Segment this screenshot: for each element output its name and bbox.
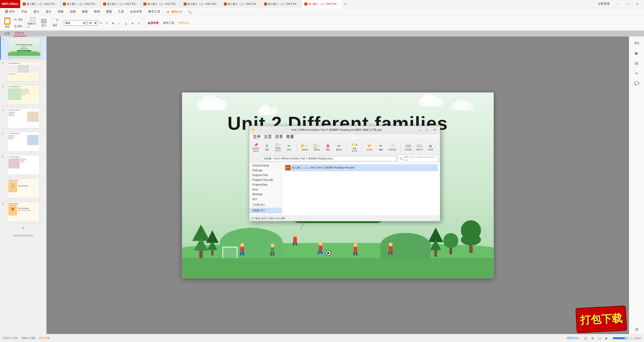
layout-button[interactable]: 版式 — [38, 16, 49, 29]
fe-sidebar-olddisk[interactable]: 老硬盘 (E:) — [249, 208, 282, 213]
underline-button[interactable]: U — [123, 21, 129, 26]
fe-sidebar-programdata[interactable]: ProgramData — [249, 182, 282, 187]
bold-button[interactable]: B — [110, 21, 116, 26]
strikethrough-button[interactable]: S — [130, 21, 135, 26]
fe-sidebar-users[interactable]: 用户 — [249, 197, 282, 202]
slide-view-button[interactable]: 幻灯片 — [13, 31, 26, 36]
tab-4[interactable]: 新人教三（上）Unit 2 Part B 第4课 — [141, 0, 181, 8]
fe-sidebar-perflogs[interactable]: PerfLogs — [249, 168, 282, 173]
fe-sidebar-programfilesx86[interactable]: Program Files (x8) — [249, 178, 282, 182]
ribbon-tab-animation[interactable]: 动画 — [67, 9, 79, 15]
reset-button[interactable]: ↺ 重置 — [50, 16, 60, 29]
italic-button[interactable]: I — [117, 21, 122, 26]
slide-thumb-5[interactable]: 5 A Presentation Good to know 家庭成员关系家庭角色… — [0, 130, 46, 153]
fe-back-button[interactable]: ← — [251, 157, 254, 160]
slide-thumb-1[interactable]: 1 Unit 2 Different families Part CReadin… — [0, 36, 46, 60]
fe-deselect-button[interactable]: ☐☐ 全都不选 — [415, 141, 424, 154]
sidebar-icon-2[interactable]: ▶ — [632, 49, 641, 58]
fe-sidebar-programfiles[interactable]: Program Files — [249, 173, 282, 178]
ribbon-tab-tools[interactable]: 工具 — [115, 9, 127, 15]
fe-invert-button[interactable]: ⊠ 反选择 — [426, 141, 435, 154]
fe-edit-button[interactable]: ✏ 编辑 — [376, 141, 385, 154]
fe-sidebar-windows[interactable]: Windows — [249, 192, 282, 197]
sidebar-icon-4[interactable]: ✏ — [632, 69, 641, 78]
fe-rename-button[interactable]: ✏ 重命名 — [335, 141, 344, 154]
ribbon-tab-member[interactable]: 会员专享 — [127, 9, 145, 15]
fe-file-item-1[interactable]: PPT 新人教三（上）Unit 2 Part C 第8课时 Reading ti… — [284, 164, 438, 171]
slide-thumb-4[interactable]: 4 A Presentation Good to know 大家庭成员介绍不同家… — [0, 107, 46, 130]
fe-sidebar-onedrivetemp[interactable]: OneDriveTemp — [249, 163, 282, 168]
fe-copy-button[interactable]: ⎘ 复制 — [262, 141, 271, 154]
tab-5[interactable]: 新人教三（上）Unit 2 Part B 第5课 — [181, 0, 221, 8]
cut-button[interactable]: ✂剪切 — [13, 17, 24, 23]
tab-2[interactable]: 新人教三（上）Unit 2 Part A 第2课 — [60, 0, 101, 8]
decrease-font-button[interactable]: A- — [105, 20, 110, 26]
teaching-tools-button[interactable]: 教学工具 — [161, 21, 176, 25]
tab-6[interactable]: 新人教三（上）Unit 2 Part B 第6课 — [221, 0, 262, 8]
fe-cut-button[interactable]: ✂ 剪切 — [285, 141, 294, 154]
normal-view-button[interactable]: ⊡ — [583, 335, 589, 341]
slide-sorter-button[interactable]: ⊞ — [590, 335, 596, 341]
slide-thumb-3[interactable]: 3 A Presentation Let's read This is my f… — [0, 83, 46, 107]
zoom-slider[interactable] — [613, 337, 633, 339]
fe-new-folder-button[interactable]: 📁+ 新建文件夹 — [350, 141, 359, 154]
user-area[interactable]: 立即登录 — [594, 0, 613, 8]
sidebar-icon-3[interactable]: ⊞ — [632, 59, 641, 68]
ribbon-tab-slideshow[interactable]: 放映 — [79, 9, 91, 15]
fe-menu-view[interactable]: 查看 — [285, 134, 296, 140]
outline-view-button[interactable]: 大纲 — [2, 31, 12, 36]
fe-history-button[interactable]: 🕐 历史记录 — [387, 141, 397, 154]
fe-menu-file[interactable]: 文件 — [251, 134, 262, 140]
member-button[interactable]: 会员专享 — [146, 21, 161, 25]
fe-search-input[interactable]: 🔍 搜索 Unit 2 Different families Part ... — [398, 155, 438, 162]
ribbon-tab-file[interactable]: ☰ 文件 — [2, 9, 18, 15]
ribbon-tab-teaching[interactable]: 教学工具 — [145, 9, 163, 15]
ribbon-tab-review[interactable]: 审阅 — [91, 9, 103, 15]
slide-thumb-7[interactable]: 7 Read a story 🐰 This is bunny. ☆ — [0, 177, 46, 200]
wpsai-button[interactable]: WPS AI — [177, 21, 190, 25]
fe-up-button[interactable]: ↑ — [259, 157, 261, 160]
missing-font[interactable]: 缺少字体 — [39, 336, 50, 340]
font-size-select[interactable]: 18 — [88, 20, 98, 26]
slideshow-button[interactable]: ▶ — [604, 335, 610, 341]
fe-sidebar-workd[interactable]: 工作室 (D:) — [249, 202, 282, 208]
add-tab-button[interactable]: + — [342, 2, 348, 6]
fe-forward-button[interactable]: → — [255, 157, 258, 160]
shadow-button[interactable]: S — [136, 21, 142, 26]
ribbon-tab-insert[interactable]: 插入 — [30, 9, 43, 15]
ai-label[interactable]: 智能优化+ — [567, 336, 579, 340]
tab-3[interactable]: 新人教三（上）Unit 2 Part A 第3课 — [101, 0, 141, 8]
close-button[interactable]: ✕ — [633, 1, 642, 8]
paste-button[interactable]: 粘贴 — [2, 16, 13, 29]
fe-pin-button[interactable]: 📌 固定到快速访问 — [251, 141, 260, 154]
sidebar-icon-5[interactable]: 💬 — [632, 79, 641, 88]
slide-thumb-2[interactable]: 2 A Presentation Let's read Text content… — [0, 60, 46, 83]
reading-view-button[interactable]: 📖 — [597, 335, 603, 341]
fe-select-all-button[interactable]: ☑☑ 全部选择 — [404, 141, 413, 154]
tab-8[interactable]: 新人教三（上）Unit 2 Part C ... — [302, 0, 342, 8]
ribbon-tab-home[interactable]: 开始 — [18, 8, 30, 15]
fe-move-to-button[interactable]: 📂→ 移动到 — [300, 141, 310, 154]
fe-close[interactable]: ✕ — [431, 127, 438, 133]
ribbon-tab-transition[interactable]: 切换 — [55, 9, 67, 15]
copy-button[interactable]: ⎘复制 — [13, 23, 24, 29]
fe-menu-home[interactable]: 主页 — [262, 134, 273, 140]
fe-minimize[interactable]: ─ — [416, 127, 423, 133]
slide-thumb-6[interactable]: 6 A Presentation Good to know 家庭成员活动爱好描述… — [0, 153, 46, 177]
fe-delete-button[interactable]: 🗑 删除 — [324, 141, 333, 154]
new-slide-button[interactable]: 新建幻灯片 — [27, 16, 38, 29]
maximize-button[interactable]: □ — [623, 1, 632, 8]
ribbon-tab-wpsai[interactable]: WPS AI — [163, 9, 185, 15]
zoom-level[interactable]: 218% — [634, 337, 641, 340]
increase-font-button[interactable]: A+ — [99, 20, 104, 26]
ribbon-search[interactable]: 🔍 — [185, 9, 195, 15]
fe-open-button[interactable]: 📂 打开▼ — [365, 141, 374, 154]
fe-address-input[interactable]: 此电脑 › Unit 2 Different families Part C 第… — [262, 156, 396, 161]
font-family-select[interactable]: 等线 — [64, 20, 87, 26]
sidebar-icon-1[interactable]: Aa — [632, 38, 641, 48]
fe-paste-shortcut-button[interactable]: 📋→ 粘贴快捷方式 — [273, 141, 283, 154]
fe-menu-share[interactable]: 共享 — [273, 134, 285, 140]
fe-maximize[interactable]: □ — [423, 127, 430, 133]
tab-7[interactable]: 新人教三（上）Unit 2 Part C 第7课 — [262, 0, 302, 8]
ribbon-tab-design[interactable]: 设计 — [43, 9, 55, 15]
